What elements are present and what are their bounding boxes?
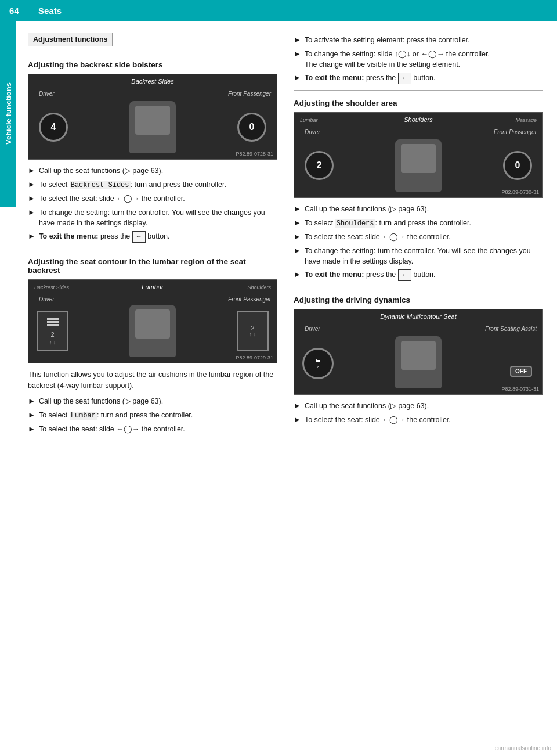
bullet-text: To select the seat: slide ←◯→ the contro… xyxy=(39,424,277,434)
divider3 xyxy=(294,287,543,287)
bullet-item: ► Call up the seat functions (▷ page 63)… xyxy=(294,204,543,215)
bullet-text: Call up the seat functions (▷ page 63). xyxy=(39,165,277,176)
section1-bullets: ► Call up the seat functions (▷ page 63)… xyxy=(28,165,277,243)
bullet-item: ► To exit the menu: press the ← button. xyxy=(294,73,543,84)
lumbar-sub-left: Backrest Sides xyxy=(34,285,69,290)
section4-img-label: Shoulders xyxy=(404,116,433,123)
section1-title: Adjusting the backrest side bolsters xyxy=(28,60,277,69)
section5-image: Dynamic Multicontour Seat Driver Front S… xyxy=(294,309,543,395)
bullet-arrow-icon: ► xyxy=(28,396,35,407)
bullet-arrow-icon: ► xyxy=(294,401,301,412)
bullet-text: Call up the seat functions (▷ page 63). xyxy=(305,204,543,214)
bullet-text: To change the setting: turn the controll… xyxy=(39,207,277,228)
section1-driver-label: Driver xyxy=(39,91,55,97)
bullet-arrow-icon: ► xyxy=(28,193,35,204)
bullet-item: ► Call up the seat functions (▷ page 63)… xyxy=(28,165,277,177)
bullet-text: To exit the menu: press the ← button. xyxy=(39,231,277,243)
bullet-arrow-icon: ► xyxy=(294,232,301,243)
bullet-arrow-icon: ► xyxy=(294,218,301,229)
section4-circle-left: 2 xyxy=(305,151,334,180)
section4-passenger-label: Front Passenger xyxy=(494,129,537,135)
bullet-item: ► To select Shoulders: turn and press th… xyxy=(294,218,543,229)
section2-right-box: 2 ↑ ↓ xyxy=(237,311,269,351)
section2-driver-label: Driver xyxy=(39,296,55,303)
section4-seat-center xyxy=(395,139,442,192)
lumbar-sub-right: Shoulders xyxy=(247,285,271,290)
bullet-arrow-icon: ► xyxy=(28,165,35,177)
section2-title: Adjusting the seat contour in the lumbar… xyxy=(28,257,277,275)
section2-seat-center xyxy=(129,305,176,357)
bullet-arrow-icon: ► xyxy=(28,231,35,242)
bullet-text: To change the setting: turn the controll… xyxy=(305,246,543,267)
bullet-item: ► To select Backrest Sides: turn and pre… xyxy=(28,179,277,190)
section1-seat-center xyxy=(129,101,176,153)
section2-image: Lumbar Backrest Sides Shoulders Driver F… xyxy=(28,279,277,363)
section4-img-code: P82.89-0730-31 xyxy=(501,189,539,195)
lumbar-lines xyxy=(47,317,59,327)
page-title: Seats xyxy=(38,6,62,16)
bullet-item: ► To exit the menu: press the ← button. xyxy=(294,269,543,281)
bullet-arrow-icon: ► xyxy=(294,204,301,215)
lumbar-num: 2 xyxy=(50,331,54,338)
bullet-text: To exit the menu: press the ← button. xyxy=(305,73,543,84)
section5-passenger-label: Front Seating Assist xyxy=(485,326,537,332)
section2-bullets: ► Call up the seat functions (▷ page 63)… xyxy=(28,396,277,435)
bullet-text: To change the setting: slide ↑◯↓ or ←◯→ … xyxy=(305,49,543,70)
adjustment-functions-box: Adjustment functions xyxy=(28,33,113,46)
section5-seat-center xyxy=(395,336,442,388)
section5-off-container: OFF xyxy=(510,366,532,377)
section5-img-label: Dynamic Multicontour Seat xyxy=(380,313,456,320)
section5-circle-icon: ⇋2 xyxy=(316,358,320,370)
bullet-text: To select Lumbar: turn and press the con… xyxy=(39,410,277,421)
section1-image: Backrest Sides Driver Front Passenger 4 … xyxy=(28,74,277,160)
section2-para: This function allows you to adjust the a… xyxy=(28,369,277,391)
page-number: 64 xyxy=(9,6,32,16)
main-content: Adjustment functions Adjusting the backr… xyxy=(0,21,557,451)
bullet-arrow-icon: ► xyxy=(294,269,301,280)
right-top-bullets: ► To activate the setting element: press… xyxy=(294,35,543,84)
bullet-arrow-icon: ► xyxy=(294,415,301,426)
section1-passenger-label: Front Passenger xyxy=(228,91,271,97)
section5-circle-left: ⇋2 xyxy=(302,348,334,379)
bullet-item: ► Call up the seat functions (▷ page 63)… xyxy=(28,396,277,407)
section1-circle-left: 4 xyxy=(39,113,68,142)
bullet-arrow-icon: ► xyxy=(294,246,301,257)
bullet-text: Call up the seat functions (▷ page 63). xyxy=(39,396,277,406)
lumbar-right-arrows: ↑ ↓ xyxy=(249,332,256,337)
shoulders-sub-left: Lumbar xyxy=(300,117,318,123)
bullet-text: Call up the seat functions (▷ page 63). xyxy=(305,401,543,411)
bullet-item: ► To select Lumbar: turn and press the c… xyxy=(28,410,277,421)
section4-bullets: ► Call up the seat functions (▷ page 63)… xyxy=(294,204,543,281)
lumbar-right-num: 2 xyxy=(251,325,254,332)
bullet-arrow-icon: ► xyxy=(28,179,35,190)
section5-driver-label: Driver xyxy=(305,326,320,332)
bullet-arrow-icon: ► xyxy=(294,73,301,84)
bullet-text: To exit the menu: press the ← button. xyxy=(305,269,543,281)
lumbar-arrows: ↑ ↓ xyxy=(49,340,56,345)
section2-lumbar-icon: 2 ↑ ↓ xyxy=(37,311,68,351)
bullet-item: ► To change the setting: slide ↑◯↓ or ←◯… xyxy=(294,49,543,70)
bullet-text: To select Backrest Sides: turn and press… xyxy=(39,179,277,190)
section1-img-code: P82.89-0728-31 xyxy=(236,151,273,157)
bullet-item: ► To activate the setting element: press… xyxy=(294,35,543,46)
bullet-text: To activate the setting element: press t… xyxy=(305,35,543,45)
bullet-item: ► To change the setting: turn the contro… xyxy=(28,207,277,228)
bullet-arrow-icon: ► xyxy=(294,35,301,46)
side-tab-label: Vehicle functions xyxy=(0,21,16,207)
bullet-arrow-icon: ► xyxy=(294,49,301,60)
section5-img-code: P82.89-0731-31 xyxy=(501,386,539,392)
bullet-item: ► Call up the seat functions (▷ page 63)… xyxy=(294,401,543,412)
bullet-item: ► To select the seat: slide ←◯→ the cont… xyxy=(294,415,543,426)
bullet-arrow-icon: ► xyxy=(28,207,35,218)
section4-title: Adjusting the shoulder area xyxy=(294,99,543,107)
section2-img-label: Lumbar xyxy=(142,283,163,290)
divider2 xyxy=(294,90,543,91)
bullet-item: ► To select the seat: slide ←◯→ the cont… xyxy=(28,424,277,435)
bullet-text: To select the seat: slide ←◯→ the contro… xyxy=(305,415,543,425)
bullet-item: ► To select the seat: slide ←◯→ the cont… xyxy=(294,232,543,243)
section5-off-button: OFF xyxy=(510,366,532,377)
bullet-item: ► To change the setting: turn the contro… xyxy=(294,246,543,267)
right-column: ► To activate the setting element: press… xyxy=(294,33,543,440)
section1-circle-right: 0 xyxy=(237,113,266,142)
section5-bullets: ► Call up the seat functions (▷ page 63)… xyxy=(294,401,543,426)
